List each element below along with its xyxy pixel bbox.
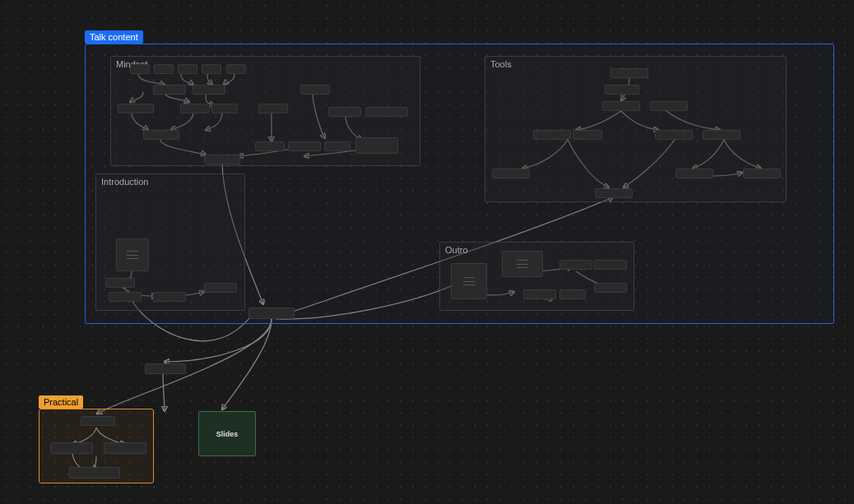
node[interactable] [118,104,154,113]
node[interactable] [109,292,142,302]
text-lines-icon [463,277,475,285]
node[interactable] [559,260,592,270]
node[interactable] [145,363,186,374]
node[interactable] [288,141,321,151]
node[interactable] [605,85,639,95]
node[interactable] [743,169,781,178]
node-main[interactable] [248,307,295,319]
slides-node[interactable]: Slides [198,411,256,456]
subgroup-label-outro: Outro [445,245,468,255]
node[interactable] [675,169,713,178]
card-node[interactable] [116,238,149,271]
node[interactable] [703,130,740,140]
node[interactable] [178,64,197,74]
card-node[interactable] [451,263,487,299]
node[interactable] [130,64,150,74]
subgroup-label-tools: Tools [490,59,512,69]
node[interactable] [559,289,586,299]
node[interactable] [211,104,238,113]
node[interactable] [650,101,688,111]
node[interactable] [328,107,361,117]
text-lines-icon [517,260,528,268]
node[interactable] [193,85,225,95]
node[interactable] [523,289,556,299]
node[interactable] [104,442,146,454]
node[interactable] [105,278,135,288]
node[interactable] [154,64,174,74]
node[interactable] [204,155,240,164]
node[interactable] [355,137,398,154]
node[interactable] [492,169,530,178]
group-label-talk-content: Talk content [85,30,143,44]
node[interactable] [50,442,93,454]
node[interactable] [610,68,648,78]
node[interactable] [655,130,693,140]
node[interactable] [573,130,602,140]
node[interactable] [153,85,186,95]
group-label-practical: Practical [39,395,83,409]
canvas[interactable]: Talk content Mindset Tools Introduction … [0,0,854,504]
node[interactable] [300,85,330,95]
node[interactable] [258,104,288,113]
node[interactable] [324,141,350,151]
node[interactable] [180,104,210,113]
node[interactable] [602,101,640,111]
node[interactable] [69,467,120,479]
node[interactable] [202,64,221,74]
card-node[interactable] [502,251,543,277]
node[interactable] [594,283,627,293]
node[interactable] [143,130,179,140]
node[interactable] [365,107,408,117]
node[interactable] [533,130,571,140]
node[interactable] [204,283,237,293]
subgroup-label-introduction: Introduction [101,177,148,187]
node[interactable] [255,141,285,151]
node[interactable] [594,260,627,270]
node[interactable] [81,416,115,426]
node[interactable] [153,292,186,302]
text-lines-icon [127,251,138,259]
node[interactable] [595,188,633,198]
node[interactable] [226,64,246,74]
